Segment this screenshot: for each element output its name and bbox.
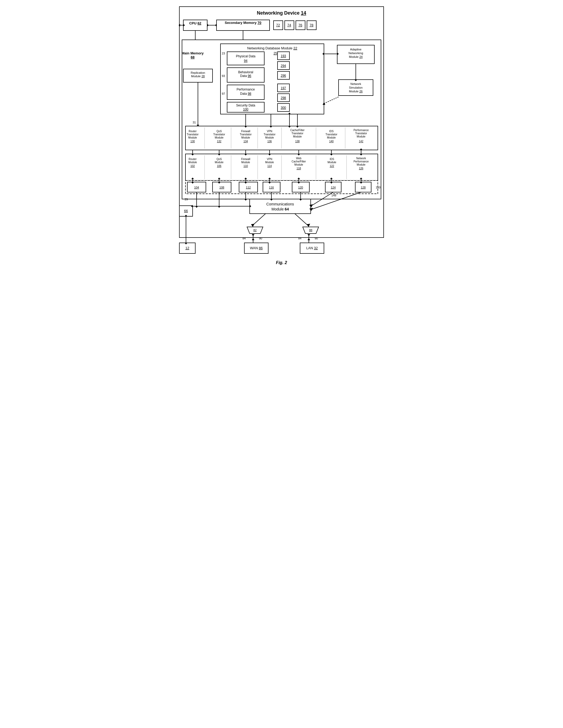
ref-29: 29 — [185, 198, 188, 201]
wan-82: 82 — [254, 229, 257, 232]
wan-84: 84 — [243, 237, 246, 240]
network-sim-label2: Simulation — [349, 86, 362, 89]
router-translator-num: 130 — [191, 140, 195, 143]
router-module-num: 102 — [191, 165, 195, 167]
ids-translator-label: IDS — [329, 130, 334, 133]
svg-rect-108 — [250, 199, 311, 214]
ref-23: 23 — [222, 52, 225, 55]
vpn-module-num: 114 — [268, 165, 272, 167]
num-197: 197 — [281, 86, 286, 90]
replication-module-num: Module 28 — [191, 75, 205, 78]
ids-module-num: 122 — [330, 165, 334, 167]
netperf-module-label: Network — [356, 157, 366, 160]
main-memory-num: 68 — [191, 55, 195, 59]
replication-module-label: Replication — [191, 71, 205, 74]
ref-97: 97 — [222, 92, 225, 95]
firewall-translator-label2: Translator — [240, 133, 252, 136]
qos-translator-label2: Translator — [213, 133, 225, 136]
cache-translator-label2: Translator — [291, 132, 303, 135]
sub-112: 112 — [246, 186, 251, 189]
cache-module-label: Web — [296, 157, 302, 160]
qos-translator-num: 132 — [217, 140, 222, 143]
adaptive-num: Module 24 — [349, 55, 362, 58]
wan-90: 90 — [259, 237, 262, 240]
ndb-title: Networking Database Module 22 — [247, 46, 297, 50]
performance-data-num: Data 98 — [240, 92, 251, 96]
performance-data-label: Performance — [237, 88, 255, 91]
ref-93: 93 — [222, 74, 225, 77]
cache-module-label2: Cache/Filter — [291, 160, 306, 163]
page: Networking Device 14 CPU 62 Secondary Me… — [178, 5, 385, 272]
num-193: 193 — [281, 54, 286, 58]
cpu-label: CPU 62 — [189, 21, 201, 25]
num-300: 300 — [281, 106, 286, 110]
vpn-translator-num: 136 — [268, 140, 272, 143]
perf-translator-label2: Translator — [355, 132, 367, 135]
firewall-translator-label3: Module — [242, 136, 250, 139]
lan-32: LAN 32 — [306, 246, 317, 250]
ref-148: 148 — [331, 194, 336, 197]
ids-translator-num: 140 — [329, 140, 334, 143]
lan-90b: 90 — [315, 237, 318, 240]
perf-translator-label: Performance — [353, 129, 369, 132]
qos-translator-label3: Module — [215, 136, 224, 139]
qos-module-label2: Module — [215, 161, 224, 164]
sub-104: 104 — [194, 186, 199, 189]
wan-86: WAN 86 — [250, 246, 263, 250]
ids-translator-label3: Module — [327, 136, 336, 139]
cache-module-num: 118 — [296, 167, 301, 170]
perf-translator-num: 142 — [359, 140, 363, 143]
sub-124: 124 — [331, 186, 335, 189]
sm-box-76: 76 — [298, 23, 302, 27]
vpn-translator-label: VPN — [267, 130, 273, 133]
router-module-label: Router — [189, 158, 197, 161]
firewall-module-label: Firewall — [241, 158, 250, 161]
ref-66-box: 66 — [184, 209, 188, 213]
fig-caption: Fig. 2 — [276, 260, 287, 265]
firewall-translator-label: Firewall — [241, 130, 250, 133]
physical-data-label: Physical Data — [236, 54, 256, 58]
behavioral-data-label: Behavioral — [238, 70, 254, 74]
firewall-translator-num: 134 — [244, 140, 248, 143]
adaptive-label: Adaptive — [350, 48, 362, 51]
router-translator-label2: Translator — [187, 133, 199, 136]
ref-150: 150 — [376, 186, 380, 189]
sub-108: 108 — [220, 186, 224, 189]
router-translator-label: Router — [189, 130, 197, 133]
router-module-label2: Module — [188, 161, 197, 164]
qos-module-num: 106 — [217, 165, 222, 167]
vpn-module-label2: Module — [265, 161, 274, 164]
ids-translator-label2: Translator — [325, 133, 337, 136]
vpn-translator-label2: Translator — [264, 133, 276, 136]
cache-translator-label3: Module — [293, 135, 302, 138]
network-sim-label: Network — [350, 82, 361, 85]
num-296: 296 — [281, 74, 286, 77]
sm-box-72: 72 — [276, 23, 280, 27]
vpn-translator-label3: Module — [265, 136, 274, 139]
diagram-title: Networking Device 14 — [257, 10, 306, 16]
secondary-memory-label: Secondary Memory 70 — [225, 21, 261, 25]
box-12: 12 — [186, 246, 189, 250]
sub-116: 116 — [269, 186, 274, 189]
cache-translator-label: Cache/Filter — [290, 129, 305, 132]
lan-84b: 84 — [298, 237, 301, 240]
netperf-module-label2: Performance — [353, 160, 369, 163]
perf-translator-label3: Module — [357, 135, 365, 138]
sm-box-78: 78 — [309, 23, 313, 27]
security-data-num: 100 — [243, 107, 248, 111]
cache-module-label3: Module — [294, 163, 303, 166]
sub-120: 120 — [298, 186, 303, 189]
firewall-module-label2: Module — [242, 161, 250, 164]
main-memory-label: Main Memory — [182, 51, 204, 55]
comms-num: Module 64 — [272, 207, 289, 211]
ref-31: 31 — [193, 121, 196, 124]
adaptive-label2: Networking — [348, 51, 363, 55]
num-294: 294 — [281, 64, 286, 68]
num-298: 298 — [281, 96, 286, 100]
netperf-module-num: 126 — [359, 167, 363, 170]
sub-128: 128 — [361, 186, 365, 189]
cache-translator-num: 138 — [295, 140, 300, 143]
ref-25: 25 — [274, 51, 277, 55]
comms-label: Communications — [267, 202, 294, 206]
security-data-label: Security Data — [236, 104, 255, 107]
